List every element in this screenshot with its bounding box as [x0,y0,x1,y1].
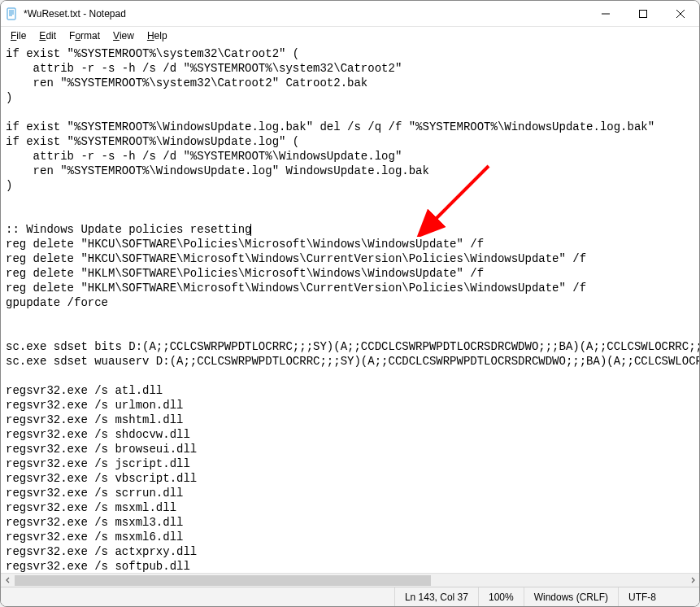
menu-help[interactable]: Help [141,28,174,43]
status-zoom: 100% [478,587,524,606]
menubar: File Edit Format View Help [1,27,699,45]
notepad-window: *WuReset.txt - Notepad File Edit Format … [0,0,700,607]
text-editor[interactable]: if exist "%SYSTEMROOT%\system32\Catroot2… [1,45,699,573]
status-encoding: UTF-8 [618,587,699,606]
horizontal-scrollbar[interactable] [1,573,699,587]
status-eol: Windows (CRLF) [524,587,618,606]
menu-view[interactable]: View [107,28,141,43]
status-position: Ln 143, Col 37 [394,587,478,606]
notepad-icon [6,7,19,20]
svg-rect-6 [640,10,647,17]
close-button[interactable] [662,1,699,26]
editor-content[interactable]: if exist "%SYSTEMROOT%\system32\Catroot2… [1,45,699,573]
minimize-button[interactable] [587,1,624,26]
scroll-thumb[interactable] [15,575,431,586]
scroll-left-icon[interactable] [1,574,15,587]
window-title: *WuReset.txt - Notepad [24,8,126,20]
scroll-track[interactable] [15,574,685,587]
menu-file[interactable]: File [4,28,33,43]
menu-edit[interactable]: Edit [33,28,63,43]
scroll-right-icon[interactable] [685,574,699,587]
window-controls [587,1,699,26]
titlebar[interactable]: *WuReset.txt - Notepad [1,1,699,27]
menu-format[interactable]: Format [63,28,107,43]
statusbar: Ln 143, Col 37 100% Windows (CRLF) UTF-8 [1,587,699,606]
maximize-button[interactable] [624,1,662,26]
